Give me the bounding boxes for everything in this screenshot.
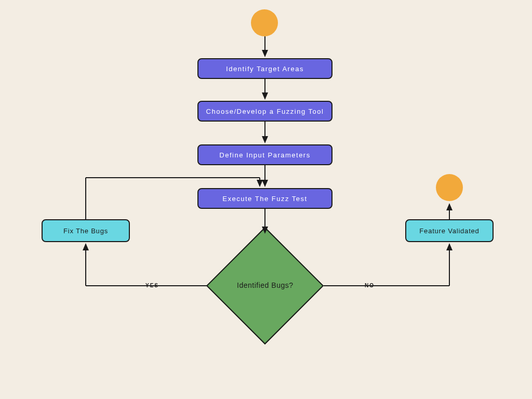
step-label: Choose/Develop a Fuzzing Tool — [206, 108, 324, 115]
step-identify-target: Identify Target Areas — [197, 58, 332, 79]
end-terminator — [436, 174, 463, 201]
start-terminator — [251, 9, 278, 36]
step-label: Feature Validated — [419, 227, 479, 235]
step-feature-validated: Feature Validated — [405, 219, 494, 242]
decision-identified-bugs: Identified Bugs? — [206, 227, 324, 344]
edge-label-no: NO — [365, 283, 375, 288]
step-label: Execute The Fuzz Test — [222, 195, 307, 203]
step-fix-bugs: Fix The Bugs — [42, 219, 130, 242]
step-label: Fix The Bugs — [63, 227, 108, 235]
decision-label: Identified Bugs? — [237, 281, 293, 291]
step-execute-fuzz: Execute The Fuzz Test — [197, 188, 332, 209]
step-label: Define Input Parameters — [219, 151, 310, 159]
step-define-params: Define Input Parameters — [197, 144, 332, 165]
step-choose-tool: Choose/Develop a Fuzzing Tool — [197, 101, 332, 122]
flowchart-canvas: Identify Target Areas Choose/Develop a F… — [0, 0, 532, 399]
edge-label-yes: YES — [145, 283, 159, 288]
step-label: Identify Target Areas — [226, 65, 304, 73]
